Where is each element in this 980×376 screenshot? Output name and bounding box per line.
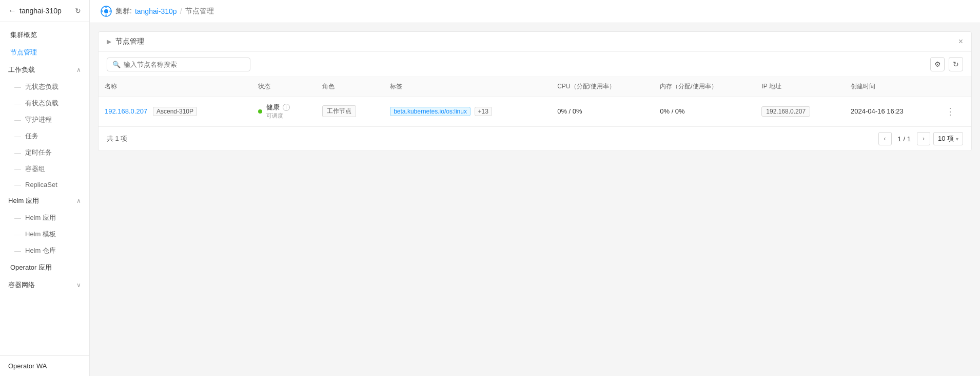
sidebar-group-helm-label: Helm 应用 [8, 196, 39, 205]
sidebar-group-container-network-label: 容器网络 [8, 280, 35, 290]
col-role: 角色 [316, 77, 384, 97]
sidebar-header: ← tanghai-310p ↻ [0, 0, 89, 22]
status-indicator [258, 109, 262, 114]
ip-badge: 192.168.0.207 [761, 106, 810, 117]
refresh-button[interactable]: ↻ [949, 57, 963, 71]
col-label: 标签 [384, 77, 551, 97]
back-button[interactable]: ← tanghai-310p [8, 6, 62, 15]
cell-status: 健康 i 可调度 [252, 97, 317, 126]
sidebar-item-replicaset[interactable]: —ReplicaSet [0, 177, 89, 192]
cell-role: 工作节点 [316, 97, 384, 126]
prev-page-button[interactable]: ‹ [878, 132, 892, 145]
sidebar-item-cron-task[interactable]: —定时任务 [0, 144, 89, 161]
chevron-up-icon-helm: ∧ [76, 197, 81, 204]
col-status: 状态 [252, 77, 317, 97]
status-label: 健康 [266, 103, 280, 112]
operator-wa-label: Operator WA [8, 362, 81, 370]
col-actions [939, 77, 971, 97]
chevron-up-icon: ∧ [76, 66, 81, 73]
sidebar-item-node-management[interactable]: 节点管理 [0, 44, 89, 61]
back-icon: ← [8, 6, 16, 15]
status-sub-label: 可调度 [266, 112, 290, 120]
col-cpu: CPU（分配/使用率） [551, 77, 654, 97]
breadcrumb-cluster-name[interactable]: tanghai-310p [135, 7, 177, 15]
sidebar-item-stateless[interactable]: —无状态负载 [0, 79, 89, 95]
sidebar-group-workload-label: 工作负载 [8, 65, 35, 74]
sidebar-item-container-group[interactable]: —容器组 [0, 161, 89, 177]
breadcrumb-cluster-label: 集群: [115, 7, 132, 16]
sidebar: ← tanghai-310p ↻ 集群概览 节点管理 工作负载 ∧ —无状态负载… [0, 0, 90, 376]
toolbar: 🔍 ⚙ ↻ [99, 52, 971, 77]
sidebar-item-guardian[interactable]: —守护进程 [0, 111, 89, 128]
sidebar-item-helm-template[interactable]: —Helm 模板 [0, 226, 89, 242]
topbar: 集群: tanghai-310p / 节点管理 [90, 0, 980, 23]
svg-point-2 [101, 10, 103, 12]
col-ip: IP 地址 [755, 77, 845, 97]
per-page-selector[interactable]: 10 项 ▾ [933, 132, 963, 145]
search-input[interactable] [124, 61, 245, 68]
cell-memory: 0% / 0% [654, 97, 755, 126]
node-label-tag: beta.kubernetes.io/os:linux [390, 107, 471, 116]
sidebar-bottom: Operator WA [0, 355, 89, 376]
search-box[interactable]: 🔍 [107, 58, 250, 71]
page-info: 1 / 1 [895, 135, 914, 143]
sidebar-group-workload[interactable]: 工作负载 ∧ [0, 61, 89, 79]
svg-point-1 [104, 9, 108, 13]
cell-more-actions: ⋮ [939, 97, 971, 126]
col-name: 名称 [99, 77, 252, 97]
sidebar-refresh-icon[interactable]: ↻ [75, 7, 81, 15]
sidebar-nav: 集群概览 节点管理 工作负载 ∧ —无状态负载 —有状态负载 —守护进程 —任务… [0, 22, 89, 355]
search-icon: 🔍 [112, 61, 121, 68]
cell-cpu: 0% / 0% [551, 97, 654, 126]
col-created: 创建时间 [845, 77, 939, 97]
node-label-more[interactable]: +13 [475, 107, 492, 116]
main-panel: ▶ 节点管理 × 🔍 ⚙ ↻ [98, 31, 972, 151]
pagination-total: 共 1 项 [107, 134, 127, 143]
sidebar-cluster-name: tanghai-310p [19, 7, 62, 15]
role-tag: 工作节点 [322, 105, 356, 117]
node-tag: Ascend-310P [153, 107, 197, 116]
panel-title: 节点管理 [115, 37, 144, 46]
sidebar-item-stateful[interactable]: —有状态负载 [0, 95, 89, 111]
chevron-down-icon-network: ∨ [76, 281, 81, 289]
svg-point-3 [109, 10, 111, 12]
svg-point-4 [105, 6, 107, 8]
pagination: 共 1 项 ‹ 1 / 1 › 10 项 ▾ [99, 126, 971, 151]
breadcrumb: 集群: tanghai-310p / 节点管理 [115, 7, 214, 16]
row-more-button[interactable]: ⋮ [946, 106, 955, 117]
svg-point-5 [105, 14, 107, 16]
node-table: 名称 状态 角色 标签 CPU（分配/使用率） 内存（分配/使用率） IP 地址… [99, 77, 971, 126]
per-page-chevron-icon: ▾ [956, 136, 958, 142]
cell-ip: 192.168.0.207 [755, 97, 845, 126]
breadcrumb-current-page: 节点管理 [185, 7, 214, 16]
status-info-icon[interactable]: i [283, 104, 290, 111]
table-row: 192.168.0.207 Ascend-310P 健康 [99, 97, 971, 126]
settings-button[interactable]: ⚙ [930, 57, 945, 71]
panel-expand-icon[interactable]: ▶ [107, 38, 111, 45]
cell-created: 2024-04-16 16:23 [845, 97, 939, 126]
sidebar-group-container-network[interactable]: 容器网络 ∨ [0, 276, 89, 294]
main-area: 集群: tanghai-310p / 节点管理 ▶ 节点管理 × 🔍 [90, 0, 980, 376]
breadcrumb-separator: / [180, 7, 182, 15]
sidebar-item-cluster-overview[interactable]: 集群概览 [0, 26, 89, 44]
sidebar-item-operator-app[interactable]: Operator 应用 [0, 259, 89, 276]
node-name-link[interactable]: 192.168.0.207 [105, 107, 147, 115]
cluster-logo-icon [100, 5, 112, 17]
sidebar-item-task[interactable]: —任务 [0, 128, 89, 144]
sidebar-group-helm[interactable]: Helm 应用 ∧ [0, 192, 89, 210]
content-area: ▶ 节点管理 × 🔍 ⚙ ↻ [90, 23, 980, 376]
sidebar-item-helm-repo[interactable]: —Helm 仓库 [0, 242, 89, 259]
col-memory: 内存（分配/使用率） [654, 77, 755, 97]
table-header-row: 名称 状态 角色 标签 CPU（分配/使用率） 内存（分配/使用率） IP 地址… [99, 77, 971, 97]
pagination-controls: ‹ 1 / 1 › 10 项 ▾ [878, 132, 963, 145]
toolbar-actions: ⚙ ↻ [930, 57, 963, 71]
sidebar-item-helm-app[interactable]: —Helm 应用 [0, 210, 89, 226]
cell-name: 192.168.0.207 Ascend-310P [99, 97, 252, 126]
next-page-button[interactable]: › [917, 132, 930, 145]
cell-label: beta.kubernetes.io/os:linux +13 [384, 97, 551, 126]
panel-title-row: ▶ 节点管理 [107, 37, 144, 46]
panel-close-button[interactable]: × [958, 37, 963, 46]
panel-header: ▶ 节点管理 × [99, 32, 971, 52]
